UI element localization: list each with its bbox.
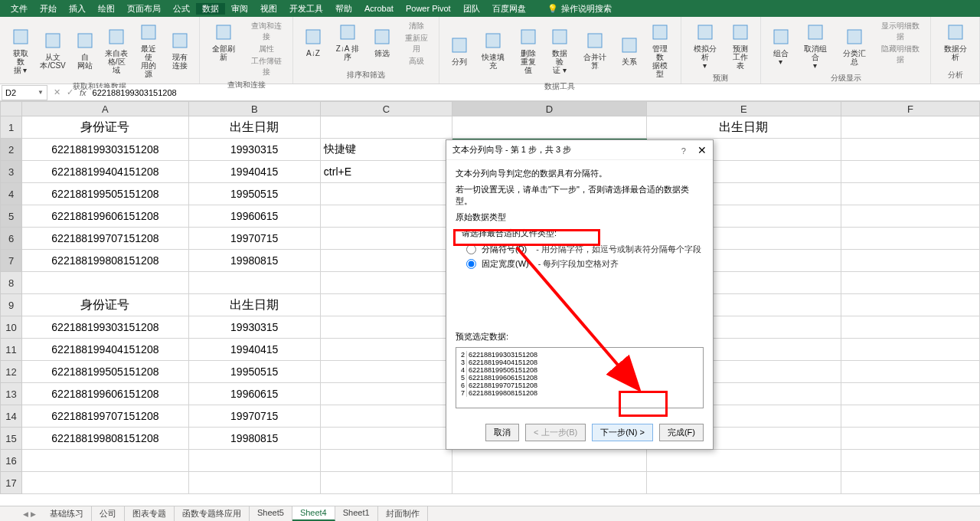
cell[interactable] — [841, 205, 980, 228]
row-header[interactable]: 9 — [0, 294, 22, 316]
cell[interactable]: 身份证号 — [22, 116, 188, 139]
cell[interactable] — [22, 450, 188, 472]
menu-acrobat[interactable]: Acrobat — [358, 4, 400, 13]
row-header[interactable]: 13 — [0, 383, 22, 405]
fx-icon[interactable]: fx — [80, 88, 87, 97]
cell[interactable] — [841, 383, 980, 405]
cell[interactable] — [841, 294, 980, 316]
sheet-tab[interactable]: Sheet4 — [292, 506, 335, 521]
cell[interactable] — [452, 450, 647, 472]
sheet-tab[interactable]: 函数专题终应用 — [175, 506, 250, 521]
chevron-down-icon[interactable]: ▼ — [38, 89, 44, 96]
tell-me-search[interactable]: 💡 操作说明搜索 — [547, 3, 612, 15]
cell[interactable] — [321, 116, 453, 139]
cell[interactable] — [321, 405, 453, 428]
ribbon-button[interactable]: 管理数 据模型 — [645, 20, 676, 80]
cell[interactable] — [189, 272, 321, 294]
ribbon-button[interactable]: 删除 重复值 — [513, 20, 544, 80]
ribbon-button[interactable]: 合并计算 — [576, 20, 615, 80]
row-header[interactable]: 3 — [0, 161, 22, 183]
ribbon-button[interactable]: 预测 工作表 — [724, 20, 756, 71]
ribbon-small-button[interactable]: 隐藏明细数据 — [875, 43, 926, 66]
ribbon-button[interactable]: 获取数 据 ▾ — [5, 20, 36, 80]
cell[interactable] — [841, 405, 980, 428]
cell[interactable] — [189, 472, 321, 494]
cell[interactable] — [841, 428, 980, 450]
cell[interactable] — [841, 228, 980, 250]
ribbon-button[interactable]: 分列 — [444, 20, 474, 80]
menu-home[interactable]: 开始 — [34, 3, 63, 15]
ribbon-button[interactable]: A↓Z — [298, 20, 328, 63]
cell[interactable] — [841, 272, 980, 294]
cell[interactable]: 622188199606151208 — [22, 383, 188, 405]
menu-powerpivot[interactable]: Power Pivot — [400, 4, 457, 13]
ribbon-button[interactable]: 关系 — [615, 20, 645, 80]
ribbon-small-button[interactable]: 重新应用 — [398, 32, 434, 55]
ribbon-button[interactable]: 最近使 用的源 — [133, 20, 165, 80]
col-header-B[interactable]: B — [189, 101, 321, 116]
cell[interactable] — [452, 472, 647, 494]
cell[interactable]: 622188199404151208 — [22, 161, 188, 183]
name-box[interactable]: D2 ▼ — [2, 85, 47, 100]
row-header[interactable]: 5 — [0, 205, 22, 228]
cell[interactable] — [841, 116, 980, 139]
menu-data[interactable]: 数据 — [196, 3, 225, 15]
sheet-tab[interactable]: 基础练习 — [42, 506, 92, 521]
cell[interactable] — [321, 339, 453, 361]
cell[interactable] — [321, 183, 453, 205]
cell[interactable]: 19980815 — [189, 250, 321, 272]
cell[interactable]: 622188199808151208 — [22, 428, 188, 450]
cell[interactable]: 19930315 — [189, 139, 321, 161]
cell[interactable]: 出生日期 — [189, 294, 321, 316]
ribbon-button[interactable]: 数据验 证 ▾ — [544, 20, 576, 80]
cell[interactable] — [22, 472, 188, 494]
ribbon-button[interactable]: 组合 ▾ — [766, 20, 795, 71]
radio-delimited[interactable]: 分隔符号(D) - 用分隔字符，如逗号或制表符分隔每个字段 — [466, 244, 704, 255]
row-header[interactable]: 12 — [0, 361, 22, 383]
ribbon-button[interactable]: 来自表 格/区域 — [100, 20, 133, 80]
finish-button[interactable]: 完成(F) — [659, 424, 704, 441]
ribbon-button[interactable]: 从文 本/CSV — [36, 20, 70, 80]
ribbon-small-button[interactable]: 显示明细数据 — [875, 20, 926, 43]
cell[interactable] — [321, 428, 453, 450]
ribbon-button[interactable]: 取消组合 ▾ — [795, 20, 835, 71]
row-header[interactable]: 16 — [0, 450, 22, 472]
sheet-tab[interactable]: Sheet5 — [250, 506, 292, 521]
cell[interactable] — [841, 161, 980, 183]
ribbon-button[interactable]: 分类汇总 — [835, 20, 874, 71]
menu-baidu[interactable]: 百度网盘 — [486, 3, 532, 15]
menu-team[interactable]: 团队 — [457, 3, 486, 15]
cancel-icon[interactable]: ✕ — [54, 87, 60, 97]
sheet-tab[interactable]: 封面制作 — [378, 506, 428, 521]
cell[interactable] — [321, 472, 453, 494]
sheet-tab[interactable]: Sheet1 — [335, 506, 378, 521]
radio-delimited-input[interactable] — [466, 244, 476, 254]
cell[interactable] — [22, 272, 188, 294]
col-header-A[interactable]: A — [22, 101, 189, 116]
menu-view[interactable]: 视图 — [254, 3, 283, 15]
cell[interactable] — [841, 450, 980, 472]
cell[interactable]: 622188199808151208 — [22, 250, 188, 272]
cell[interactable] — [647, 450, 841, 472]
cell[interactable]: 出生日期 — [189, 116, 321, 139]
cell[interactable]: 身份证号 — [22, 294, 188, 316]
cell[interactable] — [321, 250, 453, 272]
sheet-tab[interactable]: 图表专题 — [125, 506, 175, 521]
cell[interactable] — [321, 272, 453, 294]
cell[interactable]: 19930315 — [189, 316, 321, 339]
ribbon-small-button[interactable]: 高级 — [398, 55, 434, 67]
cell[interactable]: 19980815 — [189, 428, 321, 450]
cell[interactable]: 622188199707151208 — [22, 405, 188, 428]
menu-file[interactable]: 文件 — [5, 3, 34, 15]
radio-fixed-width[interactable]: 固定宽度(W) - 每列字段加空格对齐 — [466, 258, 704, 270]
row-header[interactable]: 1 — [0, 116, 22, 139]
cell[interactable] — [841, 339, 980, 361]
row-header[interactable]: 10 — [0, 316, 22, 339]
col-header-D[interactable]: D — [452, 101, 647, 116]
help-icon[interactable]: ? — [681, 146, 686, 156]
confirm-icon[interactable]: ✓ — [67, 87, 74, 97]
row-header[interactable]: 17 — [0, 472, 22, 494]
radio-fixed-width-input[interactable] — [466, 259, 476, 269]
cell[interactable] — [841, 139, 980, 161]
ribbon-button[interactable]: 现有 连接 — [165, 20, 194, 80]
